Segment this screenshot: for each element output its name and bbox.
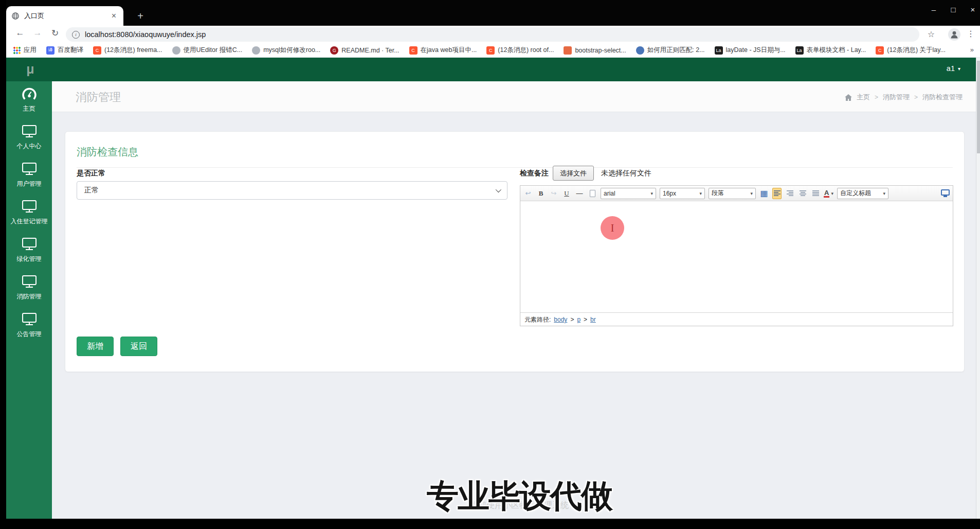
normal-select[interactable]: 正常 <box>77 181 507 200</box>
bookmark-favicon <box>636 46 644 55</box>
bookmark-star-icon[interactable]: ☆ <box>928 29 935 39</box>
bookmark-favicon: La <box>795 46 804 55</box>
sidebar-item-users[interactable]: 用户管理 <box>6 156 52 194</box>
bookmark-item[interactable]: LalayDate - JS日期与... <box>715 46 786 55</box>
browser-tab[interactable]: 入口页 × <box>6 6 123 26</box>
fullscreen-button[interactable] <box>940 188 950 199</box>
add-button[interactable]: 新增 <box>77 337 114 356</box>
sidebar-item-profile[interactable]: 个人中心 <box>6 119 52 156</box>
align-right-icon <box>787 190 793 196</box>
path-link-body[interactable]: body <box>554 316 567 323</box>
path-link-br[interactable]: br <box>590 316 596 323</box>
bookmark-item[interactable]: bootstrap-select... <box>564 46 626 55</box>
bookmark-item[interactable]: 译百度翻译 <box>46 46 83 55</box>
underline-button[interactable]: U <box>562 188 571 199</box>
ibeam-cursor-icon: I <box>611 222 614 234</box>
monitor-icon <box>22 125 37 135</box>
undo-button[interactable]: ↩ <box>523 188 533 199</box>
file-upload-button[interactable]: 选择文件 <box>553 166 594 181</box>
normal-select-value: 正常 <box>84 186 496 195</box>
forward-nav-button[interactable]: → <box>31 28 44 38</box>
align-center-icon <box>800 190 806 196</box>
align-center-button[interactable] <box>798 188 807 199</box>
sidebar-item-home[interactable]: 主页 <box>6 81 52 119</box>
bookmark-item[interactable]: mysql如何修改roo... <box>252 46 320 55</box>
letterbox-bottom <box>0 519 980 529</box>
bookmark-item-apps[interactable]: 应用 <box>13 46 37 55</box>
bookmark-item[interactable]: 如何用正则匹配: 2... <box>636 46 705 55</box>
bookmark-favicon <box>172 46 180 55</box>
tab-close-icon[interactable]: × <box>110 11 118 21</box>
font-color-button[interactable]: A ▾ <box>824 188 833 199</box>
globe-icon <box>11 12 20 20</box>
breadcrumb-item-home[interactable]: 主页 <box>857 93 870 102</box>
return-button[interactable]: 返回 <box>120 337 157 356</box>
editor-content[interactable]: I <box>520 201 953 312</box>
horizontal-rule-button[interactable]: — <box>575 188 584 199</box>
window-restore-button[interactable]: □ <box>949 5 957 14</box>
form-actions: 新增 返回 <box>77 337 157 356</box>
align-right-button[interactable] <box>785 188 794 199</box>
cursor-highlight: I <box>601 216 624 240</box>
file-status-text: 未选择任何文件 <box>601 169 651 178</box>
bookmark-item[interactable]: C(12条消息) freema... <box>93 46 162 55</box>
bookmark-favicon: C <box>409 46 418 55</box>
user-menu[interactable]: a1 ▾ <box>947 64 960 73</box>
paper-icon <box>590 190 595 197</box>
home-icon <box>845 94 852 101</box>
sidebar-item-fire[interactable]: 消防管理 <box>6 269 52 307</box>
sidebar: 主页 个人中心 用户管理 入住登记管理 绿化管理 消防管理 公告管理 <box>6 81 52 519</box>
new-document-button[interactable] <box>588 188 597 199</box>
bookmark-item[interactable]: C在java web项目中... <box>409 46 477 55</box>
browser-menu-icon[interactable]: ⋮ <box>967 29 975 39</box>
chevron-down-icon <box>496 187 501 192</box>
back-nav-button[interactable]: ← <box>13 28 27 38</box>
editor-toolbar: ↩ B ↪ U — arial ▾ 16px ▾ 段落 <box>520 186 953 201</box>
chevron-down-icon: ▾ <box>883 191 885 196</box>
bookmark-favicon: C <box>876 46 884 55</box>
bookmark-item[interactable]: C(12条消息) 关于lay... <box>876 46 946 55</box>
bookmark-item[interactable]: GREADME.md · Ter... <box>330 46 399 55</box>
align-left-button[interactable] <box>772 188 782 199</box>
address-bar[interactable]: i localhost:8080/xiaoquwuye/index.jsp <box>66 27 919 42</box>
watermark-text: 专业毕设代做 <box>391 474 648 518</box>
font-family-select[interactable]: arial ▾ <box>601 188 656 199</box>
refresh-button[interactable]: ↻ <box>48 28 62 39</box>
bookmark-item[interactable]: 使用UEditor 报错C... <box>172 46 243 55</box>
monitor-icon <box>22 200 37 210</box>
page-scrollbar[interactable] <box>976 58 980 519</box>
font-size-select[interactable]: 16px ▾ <box>660 188 705 199</box>
table-icon: ▦ <box>760 188 768 198</box>
bookmark-item[interactable]: C(12条消息) root of... <box>486 46 554 55</box>
custom-style-select[interactable]: 自定义标题 ▾ <box>837 188 888 199</box>
window-close-button[interactable]: × <box>969 5 977 14</box>
table-button[interactable]: ▦ <box>759 188 769 199</box>
chevron-down-icon: ▾ <box>831 191 833 196</box>
new-tab-button[interactable]: + <box>134 9 147 23</box>
bookmark-item[interactable]: La表单模块文档 - Lay... <box>795 46 866 55</box>
bookmark-favicon: G <box>330 46 338 55</box>
normal-field-label: 是否正常 <box>77 169 105 178</box>
bookmark-favicon <box>252 46 260 55</box>
bookmarks-overflow-icon[interactable]: » <box>970 46 974 54</box>
bold-button[interactable]: B <box>536 188 546 199</box>
app-logo[interactable]: μ <box>22 62 39 77</box>
sidebar-item-greening[interactable]: 绿化管理 <box>6 232 52 269</box>
redo-button[interactable]: ↪ <box>549 188 558 199</box>
path-link-p[interactable]: p <box>577 316 580 323</box>
scrollbar-thumb[interactable] <box>977 61 980 153</box>
align-justify-button[interactable] <box>811 188 820 199</box>
window-minimize-button[interactable]: – <box>930 5 938 14</box>
align-left-icon <box>774 190 781 196</box>
url-text[interactable]: localhost:8080/xiaoquwuye/index.jsp <box>85 30 206 39</box>
monitor-icon <box>22 275 37 285</box>
apps-grid-icon <box>13 47 21 54</box>
page-info-icon[interactable]: i <box>72 31 80 39</box>
breadcrumb-item-fire[interactable]: 消防管理 <box>883 93 910 102</box>
paragraph-format-select[interactable]: 段落 ▾ <box>709 188 756 199</box>
sidebar-item-notice[interactable]: 公告管理 <box>6 307 52 344</box>
profile-avatar[interactable] <box>948 28 960 41</box>
sidebar-item-checkin[interactable]: 入住登记管理 <box>6 194 52 232</box>
chevron-down-icon: ▾ <box>650 191 653 196</box>
bookmarks-bar: 应用 译百度翻译 C(12条消息) freema... 使用UEditor 报错… <box>6 43 980 58</box>
